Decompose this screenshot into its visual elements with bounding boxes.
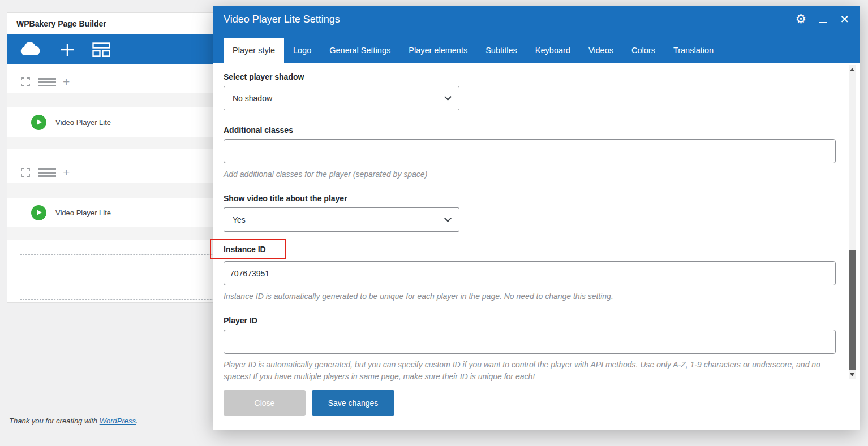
scrollbar-thumb[interactable] xyxy=(849,250,856,370)
modal-tabbar: Player style Logo General Settings Playe… xyxy=(213,33,860,63)
tab-videos[interactable]: Videos xyxy=(579,38,622,63)
modal-footer: Close Save changes xyxy=(224,390,394,416)
add-to-row-icon[interactable]: + xyxy=(63,76,70,88)
instance-id-highlight: Instance ID xyxy=(210,239,286,259)
show-title-value: Yes xyxy=(233,215,246,224)
close-button[interactable]: Close xyxy=(224,390,306,416)
modal-body: Select player shadow No shadow Additiona… xyxy=(213,63,860,383)
tab-translation[interactable]: Translation xyxy=(664,38,723,63)
row-layout-icon[interactable] xyxy=(38,78,56,86)
tab-subtitles[interactable]: Subtitles xyxy=(476,38,526,63)
scroll-up-icon[interactable] xyxy=(850,68,854,71)
element-label: Video Player Lite xyxy=(55,209,111,217)
player-id-label: Player ID xyxy=(224,316,836,325)
instance-id-input[interactable] xyxy=(224,261,836,285)
player-shadow-select[interactable]: No shadow xyxy=(224,86,459,110)
save-changes-button[interactable]: Save changes xyxy=(312,390,394,416)
tab-keyboard[interactable]: Keyboard xyxy=(526,38,579,63)
additional-classes-help: Add additional classes for the player (s… xyxy=(224,168,836,180)
modal-header: Video Player Lite Settings ⚙ ✕ xyxy=(213,6,860,33)
play-icon xyxy=(31,115,46,130)
show-title-label: Show video title about the player xyxy=(224,194,836,203)
player-id-input[interactable] xyxy=(224,330,836,354)
element-label: Video Player Lite xyxy=(55,118,111,127)
wpbakery-cloud-icon[interactable] xyxy=(19,42,42,57)
tab-player-elements[interactable]: Player elements xyxy=(399,38,476,63)
footer-text: Thank you for creating with xyxy=(9,417,100,425)
row-layout-icon[interactable] xyxy=(38,168,56,177)
instance-id-label: Instance ID xyxy=(224,245,266,254)
tab-player-style[interactable]: Player style xyxy=(224,38,284,63)
templates-layout-icon[interactable] xyxy=(92,42,110,57)
modal-scrollbar[interactable] xyxy=(849,65,856,379)
chevron-down-icon xyxy=(444,93,452,101)
tab-colors[interactable]: Colors xyxy=(622,38,664,63)
close-icon[interactable]: ✕ xyxy=(840,14,849,25)
player-shadow-label: Select player shadow xyxy=(224,72,836,81)
play-icon xyxy=(31,205,46,220)
modal-title: Video Player Lite Settings xyxy=(224,14,340,25)
wordpress-footer: Thank you for creating with WordPress. xyxy=(9,417,138,425)
drag-move-icon[interactable] xyxy=(20,167,31,178)
wpbakery-title: WPBakery Page Builder xyxy=(16,19,106,28)
tab-general-settings[interactable]: General Settings xyxy=(320,38,399,63)
player-id-help: Player ID is automatically generated, bu… xyxy=(224,359,836,383)
minimize-icon[interactable] xyxy=(819,16,827,23)
add-to-row-icon[interactable]: + xyxy=(63,167,70,178)
tab-logo[interactable]: Logo xyxy=(284,38,320,63)
chevron-down-icon xyxy=(444,215,452,222)
instance-id-help: Instance ID is automatically generated t… xyxy=(224,291,836,302)
show-title-select[interactable]: Yes xyxy=(224,207,459,232)
player-shadow-value: No shadow xyxy=(233,94,272,103)
wordpress-link[interactable]: WordPress xyxy=(100,417,136,425)
settings-modal: Video Player Lite Settings ⚙ ✕ Player st… xyxy=(213,6,860,430)
scroll-down-icon[interactable] xyxy=(850,373,854,376)
additional-classes-label: Additional classes xyxy=(224,125,836,135)
additional-classes-input[interactable] xyxy=(224,139,836,163)
drag-move-icon[interactable] xyxy=(20,76,31,88)
add-element-icon[interactable] xyxy=(59,42,75,58)
gear-icon[interactable]: ⚙ xyxy=(796,13,807,25)
